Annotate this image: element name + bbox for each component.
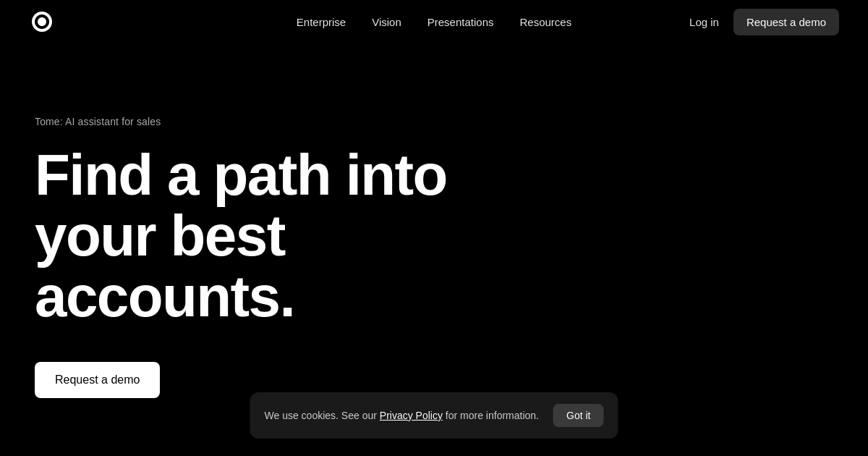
logo-icon: [29, 9, 55, 35]
cookie-banner: We use cookies. See our Privacy Policy f…: [250, 392, 618, 439]
hero-subtitle: Tome: AI assistant for sales: [35, 116, 868, 127]
nav-item-resources[interactable]: Resources: [520, 16, 572, 28]
nav-links: Enterprise Vision Presentations Resource…: [297, 16, 571, 28]
hero-section: Tome: AI assistant for sales Find a path…: [0, 43, 868, 398]
hero-cta-button[interactable]: Request a demo: [35, 362, 160, 398]
nav-item-presentations[interactable]: Presentations: [427, 16, 494, 28]
hero-title-line2: your best accounts.: [35, 203, 294, 329]
cookie-message-prefix: We use cookies. See our: [265, 410, 380, 421]
logo[interactable]: [29, 9, 55, 35]
hero-title: Find a path into your best accounts.: [35, 145, 541, 327]
navigation: Enterprise Vision Presentations Resource…: [0, 0, 868, 43]
nav-item-enterprise[interactable]: Enterprise: [297, 16, 346, 28]
login-link[interactable]: Log in: [689, 16, 719, 28]
nav-actions: Log in Request a demo: [689, 9, 839, 35]
nav-request-demo-button[interactable]: Request a demo: [733, 9, 839, 35]
cookie-message-suffix: for more information.: [443, 410, 539, 421]
privacy-policy-link[interactable]: Privacy Policy: [380, 410, 443, 421]
cookie-got-it-button[interactable]: Got it: [553, 404, 603, 427]
hero-title-line1: Find a path into: [35, 143, 447, 207]
cookie-message: We use cookies. See our Privacy Policy f…: [265, 410, 539, 421]
nav-item-vision[interactable]: Vision: [372, 16, 401, 28]
